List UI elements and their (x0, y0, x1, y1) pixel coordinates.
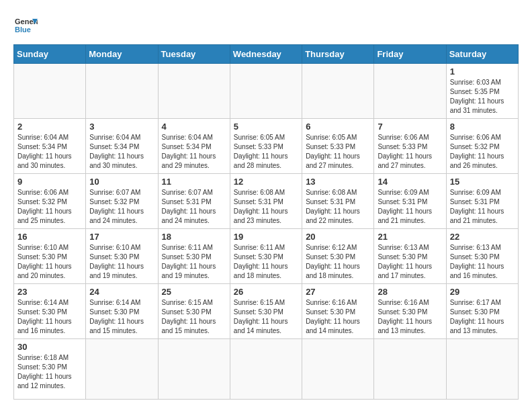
calendar-cell: 7Sunrise: 6:06 AM Sunset: 5:33 PM Daylig… (374, 119, 446, 174)
day-header-tuesday: Tuesday (158, 45, 230, 64)
day-info: Sunrise: 6:14 AM Sunset: 5:30 PM Dayligh… (17, 298, 82, 336)
day-number: 9 (17, 177, 82, 187)
day-info: Sunrise: 6:06 AM Sunset: 5:32 PM Dayligh… (450, 133, 515, 171)
day-number: 24 (89, 287, 154, 297)
day-number: 21 (378, 232, 442, 242)
calendar-cell (446, 339, 518, 400)
day-info: Sunrise: 6:11 AM Sunset: 5:30 PM Dayligh… (234, 243, 298, 281)
day-number: 27 (306, 287, 370, 297)
day-info: Sunrise: 6:07 AM Sunset: 5:31 PM Dayligh… (162, 188, 226, 226)
day-number: 4 (162, 122, 226, 132)
day-number: 16 (17, 232, 82, 242)
calendar-cell: 1Sunrise: 6:03 AM Sunset: 5:35 PM Daylig… (446, 64, 518, 119)
day-info: Sunrise: 6:11 AM Sunset: 5:30 PM Dayligh… (162, 243, 226, 281)
calendar-cell: 18Sunrise: 6:11 AM Sunset: 5:30 PM Dayli… (158, 229, 230, 284)
calendar-cell: 29Sunrise: 6:17 AM Sunset: 5:30 PM Dayli… (446, 284, 518, 339)
calendar-week-3: 16Sunrise: 6:10 AM Sunset: 5:30 PM Dayli… (14, 229, 519, 284)
day-info: Sunrise: 6:16 AM Sunset: 5:30 PM Dayligh… (306, 298, 370, 336)
calendar-week-5: 30Sunrise: 6:18 AM Sunset: 5:30 PM Dayli… (14, 339, 519, 400)
day-info: Sunrise: 6:06 AM Sunset: 5:33 PM Dayligh… (378, 133, 442, 171)
day-info: Sunrise: 6:13 AM Sunset: 5:30 PM Dayligh… (450, 243, 515, 281)
calendar-cell: 3Sunrise: 6:04 AM Sunset: 5:34 PM Daylig… (86, 119, 158, 174)
logo: General Blue (13, 13, 40, 38)
calendar-cell: 12Sunrise: 6:08 AM Sunset: 5:31 PM Dayli… (230, 174, 302, 229)
calendar-cell (158, 339, 230, 400)
day-info: Sunrise: 6:17 AM Sunset: 5:30 PM Dayligh… (450, 298, 515, 336)
calendar-cell: 4Sunrise: 6:04 AM Sunset: 5:34 PM Daylig… (158, 119, 230, 174)
day-number: 13 (306, 177, 370, 187)
calendar-cell: 19Sunrise: 6:11 AM Sunset: 5:30 PM Dayli… (230, 229, 302, 284)
calendar-cell: 21Sunrise: 6:13 AM Sunset: 5:30 PM Dayli… (374, 229, 446, 284)
day-info: Sunrise: 6:05 AM Sunset: 5:33 PM Dayligh… (234, 133, 298, 171)
day-header-wednesday: Wednesday (230, 45, 302, 64)
calendar-cell: 30Sunrise: 6:18 AM Sunset: 5:30 PM Dayli… (14, 339, 86, 400)
calendar-cell: 16Sunrise: 6:10 AM Sunset: 5:30 PM Dayli… (14, 229, 86, 284)
calendar-cell (374, 339, 446, 400)
calendar-cell: 6Sunrise: 6:05 AM Sunset: 5:33 PM Daylig… (302, 119, 374, 174)
day-number: 12 (234, 177, 298, 187)
day-info: Sunrise: 6:09 AM Sunset: 5:31 PM Dayligh… (378, 188, 442, 226)
calendar-cell (230, 64, 302, 119)
calendar-cell: 10Sunrise: 6:07 AM Sunset: 5:32 PM Dayli… (86, 174, 158, 229)
day-header-saturday: Saturday (446, 45, 518, 64)
day-header-monday: Monday (86, 45, 158, 64)
logo-icon: General Blue (13, 13, 38, 38)
day-number: 26 (234, 287, 298, 297)
day-number: 1 (450, 66, 515, 77)
day-info: Sunrise: 6:04 AM Sunset: 5:34 PM Dayligh… (17, 133, 82, 171)
day-info: Sunrise: 6:13 AM Sunset: 5:30 PM Dayligh… (378, 243, 442, 281)
day-info: Sunrise: 6:08 AM Sunset: 5:31 PM Dayligh… (306, 188, 370, 226)
calendar-cell: 17Sunrise: 6:10 AM Sunset: 5:30 PM Dayli… (86, 229, 158, 284)
calendar-cell: 20Sunrise: 6:12 AM Sunset: 5:30 PM Dayli… (302, 229, 374, 284)
day-number: 18 (162, 232, 226, 242)
day-number: 3 (89, 122, 154, 132)
day-info: Sunrise: 6:12 AM Sunset: 5:30 PM Dayligh… (306, 243, 370, 281)
day-number: 28 (378, 287, 442, 297)
calendar-cell (374, 64, 446, 119)
calendar-header-row: SundayMondayTuesdayWednesdayThursdayFrid… (14, 45, 519, 64)
day-number: 10 (89, 177, 154, 187)
calendar-cell: 14Sunrise: 6:09 AM Sunset: 5:31 PM Dayli… (374, 174, 446, 229)
day-info: Sunrise: 6:10 AM Sunset: 5:30 PM Dayligh… (17, 243, 82, 281)
calendar-cell: 8Sunrise: 6:06 AM Sunset: 5:32 PM Daylig… (446, 119, 518, 174)
day-info: Sunrise: 6:03 AM Sunset: 5:35 PM Dayligh… (450, 78, 515, 116)
day-info: Sunrise: 6:15 AM Sunset: 5:30 PM Dayligh… (162, 298, 226, 336)
calendar-cell: 27Sunrise: 6:16 AM Sunset: 5:30 PM Dayli… (302, 284, 374, 339)
calendar-cell: 26Sunrise: 6:15 AM Sunset: 5:30 PM Dayli… (230, 284, 302, 339)
calendar-cell: 2Sunrise: 6:04 AM Sunset: 5:34 PM Daylig… (14, 119, 86, 174)
day-number: 22 (450, 232, 515, 242)
day-number: 15 (450, 177, 515, 187)
day-info: Sunrise: 6:07 AM Sunset: 5:32 PM Dayligh… (89, 188, 154, 226)
day-number: 6 (306, 122, 370, 132)
svg-text:Blue: Blue (15, 26, 31, 34)
day-number: 2 (17, 122, 82, 132)
day-info: Sunrise: 6:10 AM Sunset: 5:30 PM Dayligh… (89, 243, 154, 281)
day-info: Sunrise: 6:15 AM Sunset: 5:30 PM Dayligh… (234, 298, 298, 336)
calendar-cell (302, 64, 374, 119)
day-number: 30 (17, 342, 82, 352)
calendar-cell: 15Sunrise: 6:09 AM Sunset: 5:31 PM Dayli… (446, 174, 518, 229)
calendar-cell (230, 339, 302, 400)
day-number: 11 (162, 177, 226, 187)
day-number: 23 (17, 287, 82, 297)
calendar-cell (14, 64, 86, 119)
day-info: Sunrise: 6:08 AM Sunset: 5:31 PM Dayligh… (234, 188, 298, 226)
day-info: Sunrise: 6:14 AM Sunset: 5:30 PM Dayligh… (89, 298, 154, 336)
day-number: 17 (89, 232, 154, 242)
calendar-cell: 22Sunrise: 6:13 AM Sunset: 5:30 PM Dayli… (446, 229, 518, 284)
calendar-cell: 5Sunrise: 6:05 AM Sunset: 5:33 PM Daylig… (230, 119, 302, 174)
calendar-cell (158, 64, 230, 119)
calendar-cell: 23Sunrise: 6:14 AM Sunset: 5:30 PM Dayli… (14, 284, 86, 339)
day-header-thursday: Thursday (302, 45, 374, 64)
calendar-cell: 25Sunrise: 6:15 AM Sunset: 5:30 PM Dayli… (158, 284, 230, 339)
day-header-sunday: Sunday (14, 45, 86, 64)
calendar-cell: 24Sunrise: 6:14 AM Sunset: 5:30 PM Dayli… (86, 284, 158, 339)
day-info: Sunrise: 6:09 AM Sunset: 5:31 PM Dayligh… (450, 188, 515, 226)
day-number: 20 (306, 232, 370, 242)
calendar-cell: 9Sunrise: 6:06 AM Sunset: 5:32 PM Daylig… (14, 174, 86, 229)
day-number: 19 (234, 232, 298, 242)
calendar-week-0: 1Sunrise: 6:03 AM Sunset: 5:35 PM Daylig… (14, 64, 519, 119)
day-info: Sunrise: 6:05 AM Sunset: 5:33 PM Dayligh… (306, 133, 370, 171)
day-number: 7 (378, 122, 442, 132)
day-info: Sunrise: 6:18 AM Sunset: 5:30 PM Dayligh… (17, 353, 82, 391)
